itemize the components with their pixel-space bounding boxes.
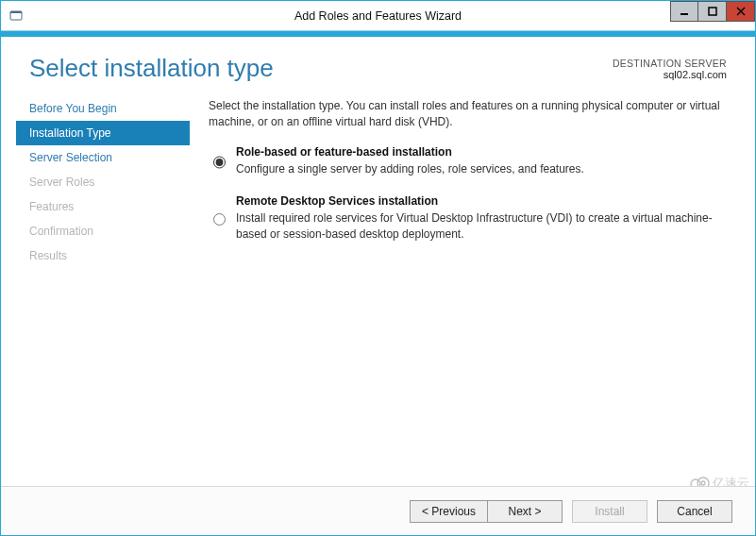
close-button[interactable] [727, 1, 755, 22]
sidebar-item-server-roles: Server Roles [16, 170, 190, 194]
wizard-content: Select the installation type. You can in… [190, 96, 755, 457]
page-title: Select installation type [29, 54, 274, 83]
option-remote-desktop[interactable]: Remote Desktop Services installation Ins… [209, 193, 727, 243]
sidebar-item-confirmation: Confirmation [16, 219, 190, 243]
wizard-body: Before You Begin Installation Type Serve… [1, 91, 755, 457]
option-remote-desktop-desc: Install required role services for Virtu… [236, 210, 727, 243]
sidebar-item-features: Features [16, 194, 190, 219]
install-button: Install [572, 500, 647, 523]
window-titlebar: Add Roles and Features Wizard [1, 1, 755, 31]
app-icon [8, 8, 24, 24]
radio-role-based[interactable] [213, 146, 226, 178]
svg-rect-1 [10, 11, 22, 13]
wizard-header: Select installation type DESTINATION SER… [1, 37, 755, 91]
minimize-button[interactable] [670, 1, 698, 22]
window-controls [670, 1, 755, 22]
previous-button[interactable]: < Previous [410, 500, 488, 523]
destination-server-label: DESTINATION SERVER [613, 58, 727, 69]
svg-rect-3 [709, 8, 716, 15]
destination-server-info: DESTINATION SERVER sql02.sql.com [613, 54, 727, 83]
nav-button-group: < Previous Next > [410, 500, 563, 523]
option-remote-desktop-title: Remote Desktop Services installation [236, 193, 727, 209]
destination-server-name: sql02.sql.com [613, 69, 727, 80]
option-role-based-desc: Configure a single server by adding role… [236, 161, 584, 177]
intro-text: Select the installation type. You can in… [209, 98, 727, 131]
next-button[interactable]: Next > [487, 500, 563, 523]
option-role-based[interactable]: Role-based or feature-based installation… [209, 144, 727, 178]
sidebar-item-results: Results [16, 243, 190, 268]
svg-point-8 [701, 481, 705, 485]
wizard-sidebar: Before You Begin Installation Type Serve… [1, 96, 190, 457]
sidebar-item-before-you-begin[interactable]: Before You Begin [16, 96, 190, 121]
wizard-footer: < Previous Next > Install Cancel [1, 486, 755, 535]
maximize-button[interactable] [698, 1, 727, 22]
radio-remote-desktop[interactable] [213, 195, 226, 243]
window-title: Add Roles and Features Wizard [1, 9, 755, 23]
sidebar-item-installation-type[interactable]: Installation Type [16, 121, 190, 145]
option-role-based-title: Role-based or feature-based installation [236, 144, 584, 160]
sidebar-item-server-selection[interactable]: Server Selection [16, 145, 190, 170]
cancel-button[interactable]: Cancel [657, 500, 732, 523]
